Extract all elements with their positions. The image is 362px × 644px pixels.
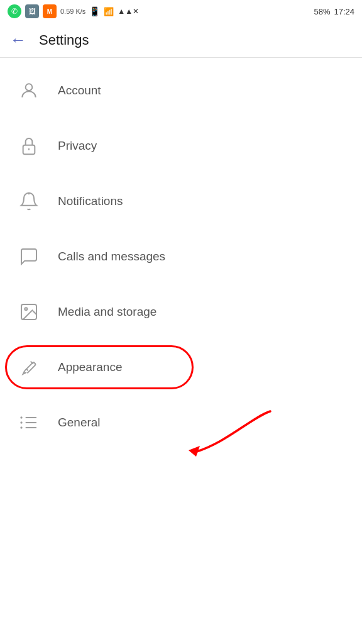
- status-right: 58% 17:24: [314, 7, 354, 16]
- whatsapp-icon: ✆: [8, 4, 21, 18]
- settings-list: Account Privacy Notifications: [0, 58, 362, 455]
- notifications-icon: [15, 187, 43, 215]
- svg-point-8: [25, 308, 27, 310]
- page-title: Settings: [39, 32, 89, 48]
- appearance-svg: [19, 357, 39, 377]
- calls-svg: [19, 247, 39, 267]
- media-label: Media and storage: [58, 305, 156, 319]
- account-svg: [19, 80, 39, 101]
- general-icon: [15, 409, 43, 436]
- notifications-svg: [19, 191, 39, 211]
- account-label: Account: [58, 84, 101, 97]
- appearance-label: Appearance: [58, 360, 122, 374]
- status-bar: ✆ 🖼 M 0.59 K/s 📱 📶 ▲▲✕ 58% 17:24: [0, 0, 362, 23]
- privacy-label: Privacy: [58, 139, 97, 153]
- privacy-svg: [19, 136, 39, 156]
- media-svg: [19, 302, 39, 322]
- account-icon: [15, 77, 43, 104]
- settings-item-privacy[interactable]: Privacy: [0, 118, 362, 174]
- calls-label: Calls and messages: [58, 250, 165, 264]
- settings-item-media[interactable]: Media and storage: [0, 284, 362, 340]
- media-icon: [15, 298, 43, 326]
- svg-point-0: [26, 84, 33, 91]
- calls-icon: [15, 243, 43, 270]
- settings-item-appearance[interactable]: Appearance: [0, 340, 362, 395]
- settings-item-notifications[interactable]: Notifications: [0, 174, 362, 229]
- privacy-icon: [15, 132, 43, 160]
- time-display: 17:24: [334, 7, 354, 16]
- battery-indicator: 58%: [314, 7, 330, 16]
- appearance-icon: [15, 353, 43, 381]
- settings-item-calls[interactable]: Calls and messages: [0, 229, 362, 284]
- gallery-icon: 🖼: [25, 4, 39, 18]
- phone-icon: 📱: [89, 6, 100, 16]
- back-button[interactable]: ←: [10, 30, 26, 50]
- notifications-label: Notifications: [58, 194, 123, 208]
- top-bar: ← Settings: [0, 23, 362, 58]
- status-left: ✆ 🖼 M 0.59 K/s 📱 📶 ▲▲✕: [8, 4, 139, 18]
- settings-item-general[interactable]: General: [0, 395, 362, 450]
- general-label: General: [58, 416, 101, 430]
- speed-indicator: 0.59 K/s: [60, 8, 85, 15]
- mi-icon: M: [43, 4, 57, 18]
- settings-item-account[interactable]: Account: [0, 63, 362, 118]
- bluetooth-icon: 📶: [104, 7, 114, 16]
- signal-icons: ▲▲✕: [118, 7, 139, 16]
- general-svg: [19, 413, 39, 433]
